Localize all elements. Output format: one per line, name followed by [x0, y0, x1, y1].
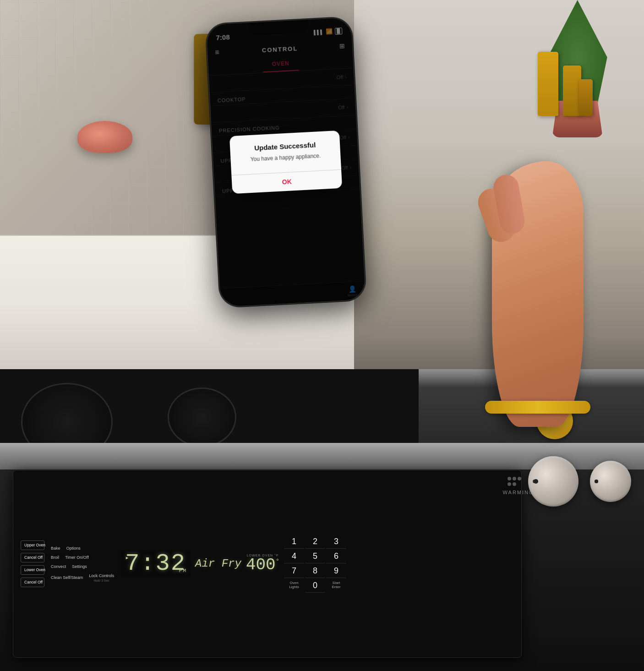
hold-3-sec-label: Hold 3 Sec — [94, 579, 109, 582]
canister-2 — [563, 65, 581, 116]
time-value: 7:32 — [125, 550, 186, 577]
dialog-box: Update Successful You have a happy appli… — [229, 130, 342, 194]
lower-oven-display: LOWER OVEN °F 400° — [246, 554, 279, 573]
phone-screen: 7:08 ▌▌▌ 📶 ▉ ≡ CONTROL ⊞ OVEN — [206, 17, 366, 307]
knob-1-marker — [534, 479, 538, 484]
dialog-title: Update Successful — [239, 140, 331, 152]
indicator-dot-1 — [508, 477, 511, 480]
control-panel: Upper Oven Cancel Off Lower Oven Cancel … — [13, 470, 522, 658]
key-start-enter[interactable]: StartEnter — [326, 579, 346, 593]
lower-oven-temp-value: 400° — [246, 557, 279, 573]
broil-button[interactable]: Broil — [49, 554, 61, 561]
upper-cancel-button[interactable]: Cancel Off — [21, 553, 44, 562]
key-5[interactable]: 5 — [305, 550, 325, 563]
dialog-content: Update Successful You have a happy appli… — [229, 130, 341, 169]
upper-cancel-row: Cancel Off — [21, 553, 44, 562]
burner-indicators — [508, 477, 521, 486]
key-1[interactable]: 1 — [284, 535, 304, 549]
knob-1[interactable] — [528, 456, 579, 507]
knob-1-container — [528, 456, 579, 507]
options-button[interactable]: Options — [65, 545, 82, 551]
hand-container — [492, 147, 593, 422]
lower-oven-row: Lower Oven — [21, 565, 44, 575]
settings-button[interactable]: Settings — [70, 563, 89, 570]
lower-cancel-row: Cancel Off — [21, 578, 44, 587]
clean-button[interactable]: Clean Self/Steam — [49, 573, 85, 582]
wrist-bracelet — [485, 401, 590, 414]
key-3[interactable]: 3 — [326, 535, 346, 549]
phone-body: 7:08 ▌▌▌ 📶 ▉ ≡ CONTROL ⊞ OVEN — [205, 16, 366, 308]
convect-button[interactable]: Convect — [49, 563, 68, 570]
display-dot: ▸ — [125, 554, 130, 562]
upper-oven-button[interactable]: Upper Oven — [21, 540, 44, 550]
air-fry-display: Air Fry — [195, 557, 241, 570]
indicator-dot-4 — [508, 482, 511, 486]
canister-1 — [538, 52, 558, 116]
indicator-dot-2 — [513, 477, 516, 480]
temp-degree: ° — [276, 558, 279, 565]
key-4[interactable]: 4 — [284, 550, 304, 563]
knob-2[interactable] — [590, 461, 631, 502]
key-oven-lights[interactable]: OvenLights — [284, 579, 304, 593]
key-0[interactable]: 0 — [305, 579, 325, 593]
canister-3 — [579, 79, 593, 116]
key-9[interactable]: 9 — [326, 564, 346, 578]
upper-oven-row: Upper Oven — [21, 540, 44, 550]
key-6[interactable]: 6 — [326, 550, 346, 563]
knobs-container — [508, 456, 631, 507]
dialog-overlay: Update Successful You have a happy appli… — [209, 68, 365, 289]
knob-2-marker — [595, 480, 598, 483]
bake-button[interactable]: Bake — [49, 545, 62, 551]
indicator-dot-3 — [518, 477, 521, 480]
temp-digits: 400 — [246, 556, 276, 574]
timer-button[interactable]: Timer On/Off — [63, 554, 91, 561]
phone-container: 7:08 ▌▌▌ 📶 ▉ ≡ CONTROL ⊞ OVEN — [205, 16, 366, 308]
function-buttons: Bake Options Broil Timer On/Off Convect … — [49, 545, 116, 582]
terracotta-bowl — [77, 121, 132, 153]
burner-right — [168, 387, 236, 447]
app-content: Off › COOKTOP Off › PRECISION COOKING Of… — [209, 68, 365, 289]
key-7[interactable]: 7 — [284, 564, 304, 578]
lower-oven-button[interactable]: Lower Oven — [21, 565, 44, 575]
pm-label: PM — [179, 568, 187, 573]
knob-2-container — [590, 461, 631, 502]
key-8[interactable]: 8 — [305, 564, 325, 578]
dialog-ok-button[interactable]: OK — [231, 170, 342, 194]
lower-cancel-button[interactable]: Cancel Off — [21, 578, 44, 587]
kitchen-canisters — [538, 33, 593, 116]
main-time-display: ▸ 7:32 PM — [120, 550, 191, 577]
oven-buttons-left: Upper Oven Cancel Off Lower Oven Cancel … — [21, 540, 44, 587]
indicator-dot-5 — [513, 482, 516, 486]
hand-skin — [492, 161, 584, 427]
dialog-message: You have a happy appliance. — [240, 151, 332, 164]
lock-controls-button[interactable]: Lock Controls — [87, 573, 116, 579]
number-pad: 1 2 3 4 5 6 7 8 9 OvenLights 0 StartEnte… — [284, 535, 346, 593]
key-2[interactable]: 2 — [305, 535, 325, 549]
